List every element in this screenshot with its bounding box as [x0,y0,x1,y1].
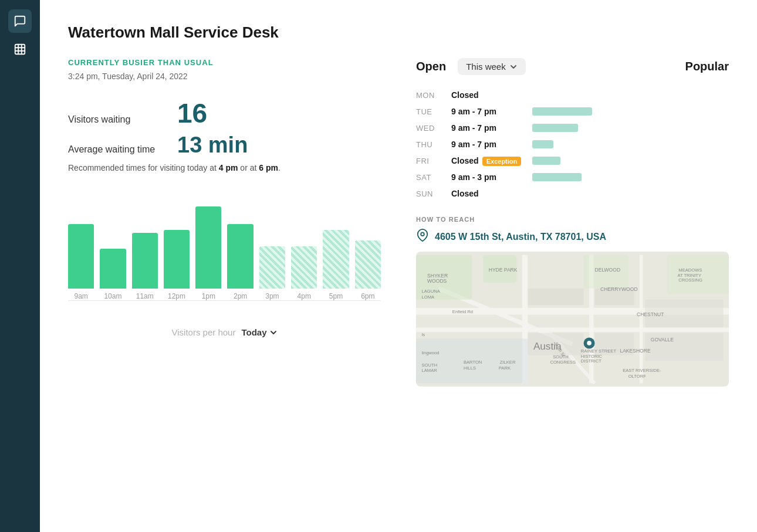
bar-col-9am: 9am [68,224,94,300]
svg-text:lingwood: lingwood [422,350,440,355]
visitors-chart: 9am10am11am12pm1pm2pm3pm4pm5pm6pm [68,189,381,318]
bar-2pm [227,224,253,289]
svg-rect-19 [528,289,583,306]
left-column: CURRENTLY BUSIER THAN USUAL 3:24 pm, Tue… [68,58,381,509]
bar-9am [68,224,94,289]
hours-label-sat: 9 am - 3 pm [451,172,528,182]
bar-12pm [164,230,190,289]
popularity-bar-tue [532,107,592,116]
bar-col-2pm: 2pm [227,224,253,300]
visitors-per-hour-label: Visitors per hour [171,327,235,337]
popularity-bar-fri [532,157,560,165]
svg-text:WOODS: WOODS [427,278,447,284]
day-label-tue: TUE [416,107,447,116]
popularity-wrap-mon [532,91,729,99]
recommended-text: Recommended times for visiting today at … [68,163,381,172]
busy-status: CURRENTLY BUSIER THAN USUAL [68,58,381,67]
svg-text:LAKESHORE: LAKESHORE [620,348,651,354]
svg-text:EAST RIVERSIDE-: EAST RIVERSIDE- [623,368,661,373]
hours-label-mon: Closed [451,90,528,100]
map: SHYKER WOODS HYDE PARK DELWOOD LAGUNA LO… [416,252,729,387]
popularity-wrap-sat [532,173,729,181]
bar-11am [132,233,158,289]
bar-label-2pm: 2pm [234,292,247,300]
svg-rect-0 [15,45,25,55]
svg-text:HYDE PARK: HYDE PARK [489,267,518,273]
day-label-wed: WED [416,124,447,133]
visitors-waiting-value: 16 [177,100,207,127]
schedule-row-thu: THU9 am - 7 pm [416,136,729,153]
hours-label-thu: 9 am - 7 pm [451,140,528,149]
visitors-waiting-label: Visitors waiting [68,114,168,125]
page-title: Watertown Mall Service Desk [68,23,729,42]
bar-label-3pm: 3pm [265,292,279,300]
popularity-wrap-wed [532,124,729,132]
svg-text:CROSSING: CROSSING [678,277,702,283]
svg-text:DISTRICT: DISTRICT [581,358,601,364]
svg-text:GOVALLE: GOVALLE [651,337,674,343]
bar-10am [100,249,126,289]
svg-text:BARTON: BARTON [464,360,482,365]
day-label-sun: SUN [416,189,447,198]
svg-text:CHERRYWOOD: CHERRYWOOD [600,286,637,292]
svg-text:CONGRESS: CONGRESS [550,360,576,365]
svg-point-5 [421,232,424,236]
bar-label-10am: 10am [104,292,121,300]
avg-wait-row: Average waiting time 13 min [68,134,381,156]
bar-label-1pm: 1pm [202,292,215,300]
how-to-reach-label: HOW TO REACH [416,216,729,223]
bar-col-12pm: 12pm [164,230,190,300]
bar-label-12pm: 12pm [168,292,185,300]
schedule-row-sun: SUNClosed [416,185,729,202]
bar-col-5pm: 5pm [323,230,349,300]
bar-col-11am: 11am [132,233,158,300]
svg-text:LAMAR: LAMAR [422,368,438,373]
schedule-row-fri: FRIClosedException [416,153,729,169]
svg-text:OLTORF: OLTORF [628,374,647,379]
bar-4pm [291,246,317,289]
day-label-thu: THU [416,140,447,149]
chart-period-selector[interactable]: Today [241,327,277,337]
schedule-table: MONClosedTUE9 am - 7 pmWED9 am - 7 pmTHU… [416,87,729,202]
hours-label-sun: Closed [451,189,528,198]
week-selector[interactable]: This week [458,58,526,75]
schedule-row-sat: SAT9 am - 3 pm [416,169,729,185]
avg-wait-label: Average waiting time [68,144,168,155]
popularity-wrap-fri [532,157,729,165]
popular-label: Popular [685,60,729,73]
bar-5pm [323,230,349,289]
schedule-header: Open This week Popular [416,58,729,75]
location-icon [416,229,429,245]
svg-text:LOMA: LOMA [422,294,435,300]
bar-col-4pm: 4pm [291,246,317,300]
bar-col-6pm: 6pm [355,240,381,300]
content-grid: CURRENTLY BUSIER THAN USUAL 3:24 pm, Tue… [68,58,729,509]
svg-rect-11 [640,255,643,384]
open-label: Open [416,60,446,73]
chart-footer: Visitors per hour Today [68,327,381,337]
schedule-row-tue: TUE9 am - 7 pm [416,103,729,120]
bar-label-4pm: 4pm [298,292,311,300]
schedule-row-mon: MONClosed [416,87,729,103]
hours-label-tue: 9 am - 7 pm [451,107,528,116]
svg-text:PARK: PARK [499,365,511,371]
day-label-sat: SAT [416,173,447,182]
sidebar-icon-chat[interactable] [8,9,32,33]
svg-text:DELWOOD: DELWOOD [595,267,621,273]
bar-label-11am: 11am [136,292,154,300]
svg-text:LAGUNA: LAGUNA [422,289,441,294]
popularity-bar-wed [532,124,578,132]
hours-label-fri: ClosedException [451,156,528,165]
bar-col-10am: 10am [100,249,126,300]
svg-rect-8 [416,327,729,332]
bar-label-9am: 9am [74,292,87,300]
svg-text:HILLS: HILLS [464,365,476,371]
sidebar-icon-chart[interactable] [8,38,32,61]
popularity-bar-sat [532,173,582,181]
day-label-fri: FRI [416,157,447,165]
bar-1pm [195,206,221,289]
chart-bars: 9am10am11am12pm1pm2pm3pm4pm5pm6pm [68,189,381,300]
popularity-wrap-sun [532,189,729,198]
bar-col-3pm: 3pm [259,246,285,300]
hours-label-wed: 9 am - 7 pm [451,123,528,133]
